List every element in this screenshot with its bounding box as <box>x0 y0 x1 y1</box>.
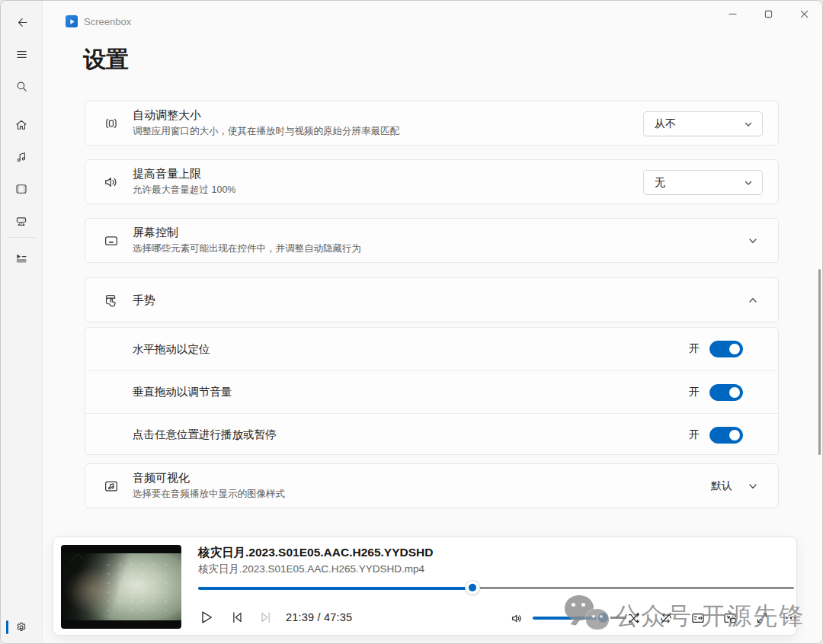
minimize-button[interactable] <box>715 1 751 27</box>
gesture-label: 水平拖动以定位 <box>133 342 689 357</box>
screen-controls-icon <box>102 232 120 250</box>
gesture-hand-icon <box>102 291 120 309</box>
now-playing-bar: 核灾日月.2023.S01E05.AAC.H265.YYDSHD 核灾日月.20… <box>53 537 797 636</box>
close-button[interactable] <box>786 1 822 27</box>
volume-slider[interactable] <box>533 612 626 623</box>
sidebar-item-videos[interactable] <box>6 175 37 203</box>
maximize-icon <box>764 10 773 18</box>
toggle-knob <box>729 344 740 354</box>
media-title: 核灾日月.2023.S01E05.AAC.H265.YYDSHD <box>198 545 433 561</box>
shuffle-button[interactable] <box>625 609 643 627</box>
media-filename: 核灾日月.2023.S01E05.AAC.H265.YYDSHD.mp4 <box>198 562 424 576</box>
gesture-tap-toggle[interactable] <box>709 427 743 444</box>
chevron-down-icon <box>744 178 753 187</box>
setting-card-screen-controls[interactable]: 屏幕控制 选择哪些元素可能出现在控件中，并调整自动隐藏行为 <box>85 218 779 263</box>
speaker-icon <box>102 173 120 191</box>
collapse-button[interactable] <box>741 289 764 312</box>
auto-resize-dropdown[interactable]: 从不 <box>643 111 763 136</box>
setting-title: 提高音量上限 <box>133 167 201 181</box>
sidebar-item-network[interactable] <box>6 207 37 235</box>
setting-card-audio-visualization[interactable]: 音频可视化 选择要在音频播放中显示的图像样式 默认 <box>85 463 779 508</box>
chevron-down-icon <box>748 235 758 246</box>
video-thumbnail[interactable] <box>61 545 181 629</box>
music-note-icon <box>14 150 28 164</box>
setting-card-gestures[interactable]: 手势 <box>85 277 779 322</box>
previous-button[interactable] <box>227 607 247 627</box>
sidebar-item-play-queue[interactable] <box>6 245 37 272</box>
mute-button[interactable] <box>508 609 526 627</box>
film-strip-icon <box>14 182 28 196</box>
setting-card-volume-boost: 提高音量上限 允许最大音量超过 100% 无 <box>85 159 779 204</box>
search-button[interactable] <box>6 72 37 100</box>
page-title: 设置 <box>83 44 129 75</box>
toggle-knob <box>729 430 740 441</box>
next-icon <box>258 610 274 625</box>
network-share-icon <box>14 214 28 228</box>
sidebar-divider <box>7 237 36 238</box>
seek-thumb[interactable] <box>466 581 479 594</box>
toggle-state-label: 开 <box>689 386 700 399</box>
app-window: Screenbox 设置 自动调整大小 调整应用窗口的大小，使其在播放时与视频的… <box>0 0 823 644</box>
fullscreen-icon <box>754 610 770 626</box>
app-title: Screenbox <box>84 16 131 27</box>
menu-button[interactable] <box>6 40 37 68</box>
gesture-row-tap: 点击任意位置进行播放或暂停 开 <box>85 413 778 455</box>
expand-button[interactable] <box>741 229 764 252</box>
chevron-down-icon <box>744 120 753 129</box>
more-ellipsis-icon <box>783 610 799 626</box>
dropdown-value: 从不 <box>655 117 744 131</box>
scrollbar-thumb[interactable] <box>818 269 821 455</box>
sidebar-item-settings[interactable] <box>6 614 37 641</box>
seek-slider[interactable] <box>198 582 794 594</box>
gesture-row-seek: 水平拖动以定位 开 <box>85 328 778 370</box>
fullscreen-button[interactable] <box>753 609 771 627</box>
sidebar-item-music[interactable] <box>6 143 37 171</box>
play-icon <box>198 609 215 626</box>
gesture-seek-toggle[interactable] <box>709 341 743 357</box>
volume-fill <box>533 617 603 620</box>
setting-title: 音频可视化 <box>133 471 190 485</box>
navigation-sidebar <box>1 1 43 643</box>
titlebar: Screenbox <box>43 1 822 31</box>
settings-gear-icon <box>14 620 28 634</box>
dropdown-value: 无 <box>655 176 744 190</box>
gesture-rows: 水平拖动以定位 开 垂直拖动以调节音量 开 点击任意位置进行播放或暂停 开 <box>85 327 779 455</box>
back-arrow-icon <box>15 16 28 29</box>
picture-in-picture-icon <box>722 610 738 626</box>
play-button[interactable] <box>197 607 216 627</box>
more-options-button[interactable] <box>782 609 800 627</box>
play-queue-icon <box>14 252 28 265</box>
gesture-volume-toggle[interactable] <box>709 384 743 401</box>
setting-card-auto-resize: 自动调整大小 调整应用窗口的大小，使其在播放时与视频的原始分辨率最匹配 从不 <box>85 101 779 146</box>
sidebar-item-home[interactable] <box>6 111 37 139</box>
video-speckles <box>103 560 175 614</box>
setting-title: 自动调整大小 <box>133 108 201 123</box>
volume-boost-dropdown[interactable]: 无 <box>643 170 763 195</box>
chevron-up-icon <box>748 295 758 306</box>
setting-title: 屏幕控制 <box>133 226 178 240</box>
back-button[interactable] <box>6 8 37 36</box>
audio-visualization-icon <box>102 477 120 495</box>
volume-thumb[interactable] <box>598 613 608 623</box>
shuffle-off-icon <box>626 610 642 626</box>
previous-icon <box>229 610 245 625</box>
setting-subtitle: 允许最大音量超过 100% <box>133 184 235 197</box>
close-icon <box>800 10 809 18</box>
next-button-disabled <box>256 607 276 627</box>
chevron-down-icon <box>748 481 758 492</box>
seek-fill <box>198 587 472 590</box>
expand-button[interactable] <box>741 475 764 498</box>
maximize-button[interactable] <box>751 1 786 27</box>
gesture-label: 点击任意位置进行播放或暂停 <box>133 428 689 442</box>
chevron-up-overlay-icon <box>69 551 87 563</box>
compact-overlay-button[interactable] <box>721 609 739 627</box>
home-icon <box>14 118 28 132</box>
selected-value: 默认 <box>711 479 732 493</box>
search-icon <box>15 80 28 93</box>
audio-subtitles-button[interactable] <box>689 609 707 627</box>
gesture-label: 垂直拖动以调节音量 <box>133 385 689 399</box>
hamburger-menu-icon <box>15 48 28 61</box>
setting-title: 手势 <box>133 293 155 307</box>
repeat-button[interactable] <box>657 609 675 627</box>
resize-icon <box>102 114 120 133</box>
